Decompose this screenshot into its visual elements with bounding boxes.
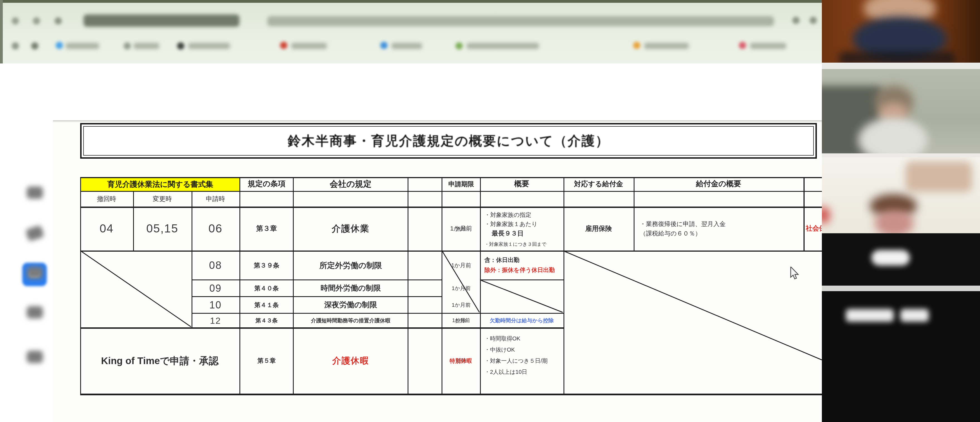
window-left-edge xyxy=(0,0,3,64)
bookmark-label-blur[interactable] xyxy=(291,43,327,49)
row4-rule: 深夜労働の制限 xyxy=(294,297,407,313)
red-object xyxy=(822,207,830,223)
participant-video-tile[interactable] xyxy=(822,157,980,233)
row4-deadline: 1か月前 xyxy=(442,297,480,313)
header-overview: 概要 xyxy=(481,177,563,191)
bookmark-label-blur[interactable] xyxy=(391,43,422,49)
row3-apply: 09 xyxy=(192,280,239,296)
sidebar-tool-icon-3[interactable] xyxy=(27,267,43,279)
bookmark-label-blur[interactable] xyxy=(188,43,230,49)
bookmark-label-blur[interactable] xyxy=(644,43,689,49)
row2-apply: 08 xyxy=(192,252,239,279)
sidebar-tool-icon-5[interactable] xyxy=(27,351,43,363)
row5-rule: 介護短時間勤務等の措置介護休暇 xyxy=(294,314,407,327)
row1-clause: 第３章 xyxy=(240,207,293,250)
row1-benefit-overview: ・業務復帰後に申請、翌月入金 （課税給与の６０％） xyxy=(640,219,796,238)
row1-benefit: 雇用保険 xyxy=(564,207,633,250)
room-furniture xyxy=(905,161,972,192)
subheader-apply: 申請時 xyxy=(192,192,239,206)
row5-clause: 第４３条 xyxy=(240,314,293,327)
address-bar-blur[interactable] xyxy=(267,16,774,26)
header-deadline: 申請期限 xyxy=(442,177,480,191)
participant-name-blur xyxy=(846,309,894,322)
toolbar-shadow xyxy=(53,120,822,123)
header-company-rule: 会社の規定 xyxy=(294,177,407,191)
bookmark-favicon[interactable] xyxy=(455,42,463,49)
row4-apply: 10 xyxy=(192,297,239,313)
row2-deadline: 1か月前 xyxy=(442,252,480,279)
sidebar-tool-icon-1[interactable] xyxy=(27,186,43,199)
row1-change: 05,15 xyxy=(134,207,191,250)
header-forms-group: 育児介護休業法に関する書式集 xyxy=(81,178,239,191)
tile-divider xyxy=(822,63,980,69)
row1-leave-class: 無給 xyxy=(442,207,480,250)
regulation-table: 育児介護休業法に関する書式集 規定の条項 会社の規定 申請期限 概要 対応する給… xyxy=(80,177,822,395)
row1-overview: ・対象家族の指定 ・対象家族１あたり 最長９３日 ・対象家族１につき３回まで xyxy=(484,210,561,248)
bookmark-favicon[interactable] xyxy=(177,42,184,49)
meeting-panel xyxy=(822,0,980,422)
bookmark-favicon[interactable] xyxy=(633,42,640,49)
sidebar-tool-icon-2[interactable] xyxy=(25,225,45,242)
row3-deadline: 1か月前 xyxy=(442,280,480,296)
row6-clause: 第５章 xyxy=(240,329,293,393)
row2-overview: 含：休日出勤 除外：振休を伴う休日出勤 xyxy=(484,255,562,275)
row6-leave-class: 特別休暇 xyxy=(442,329,480,393)
row2-clause: 第３９条 xyxy=(240,252,293,279)
row5-leave-class: 控除 xyxy=(442,314,480,327)
page-title: 鈴木半商事・育児介護規定の概要について（介護） xyxy=(288,132,609,150)
tools-sidebar xyxy=(0,120,54,422)
row2-rule: 所定外労働の制限 xyxy=(294,252,407,279)
extension-icon[interactable] xyxy=(792,17,800,24)
tile-divider xyxy=(822,286,980,291)
bookmark-favicon[interactable] xyxy=(56,42,63,49)
row3-clause: 第４０条 xyxy=(240,280,293,296)
refresh-icon[interactable] xyxy=(54,17,62,24)
sidebar-tool-icon-4[interactable] xyxy=(27,306,43,318)
row6-overview: ・時間取得OK ・中抜けOK ・対象一人につき５日/期 ・2人以上は10日 xyxy=(484,333,560,377)
bookmark-label-blur[interactable] xyxy=(134,43,159,49)
bookmark-label-blur[interactable] xyxy=(750,43,786,49)
subheader-withdraw: 撤回時 xyxy=(81,192,132,206)
tile-divider xyxy=(822,153,980,157)
row4-clause: 第４１条 xyxy=(240,297,293,313)
tab-title-blur[interactable] xyxy=(84,14,239,27)
bookmark-favicon[interactable] xyxy=(380,42,388,49)
row6-rule: 介護休暇 xyxy=(294,329,407,393)
participant-video-tile[interactable] xyxy=(822,291,980,422)
back-icon[interactable] xyxy=(12,17,19,24)
subheader-change: 変更時 xyxy=(134,192,191,206)
bookmark-label-blur[interactable] xyxy=(66,43,99,49)
row6-left: King of Timeで申請・承認 xyxy=(81,329,239,393)
row1-rule: 介護休業 xyxy=(294,207,407,250)
profile-icon[interactable] xyxy=(810,17,817,24)
row5-overview: 欠勤時間分は給与から控除 xyxy=(481,314,563,327)
bookmark-favicon[interactable] xyxy=(12,42,19,49)
row5-apply: 12 xyxy=(192,314,239,327)
participant-video-tile[interactable] xyxy=(822,69,980,153)
participant-name-blur xyxy=(872,250,910,266)
document-area[interactable]: 鈴木半商事・育児介護規定の概要について（介護） xyxy=(53,120,822,422)
header-benefit-overview: 給付金の概要 xyxy=(635,177,803,191)
bookmark-favicon[interactable] xyxy=(124,42,131,49)
participant-video-tile[interactable] xyxy=(822,0,980,63)
screen: 育児介護法説明... 鈴木半商事 xyxy=(0,0,980,422)
bookmark-favicon[interactable] xyxy=(739,42,746,49)
row3-rule: 時間外労働の制限 xyxy=(294,280,407,296)
bookmark-favicon[interactable] xyxy=(280,42,287,49)
row1-apply: 06 xyxy=(192,207,239,250)
participant-name-blur xyxy=(900,309,929,322)
participant-name-blur xyxy=(838,51,956,63)
mouse-cursor xyxy=(790,267,801,280)
row1-withdraw: 04 xyxy=(81,207,132,250)
bookmark-label-blur[interactable] xyxy=(467,43,539,49)
participant-video-tile[interactable] xyxy=(822,233,980,286)
bookmark-favicon[interactable] xyxy=(31,42,38,49)
forward-icon[interactable] xyxy=(33,17,40,24)
document-heading-box: 鈴木半商事・育児介護規定の概要について（介護） xyxy=(80,123,817,159)
header-benefit: 対応する給付金 xyxy=(564,177,633,191)
header-clause: 規定の条項 xyxy=(240,177,293,191)
